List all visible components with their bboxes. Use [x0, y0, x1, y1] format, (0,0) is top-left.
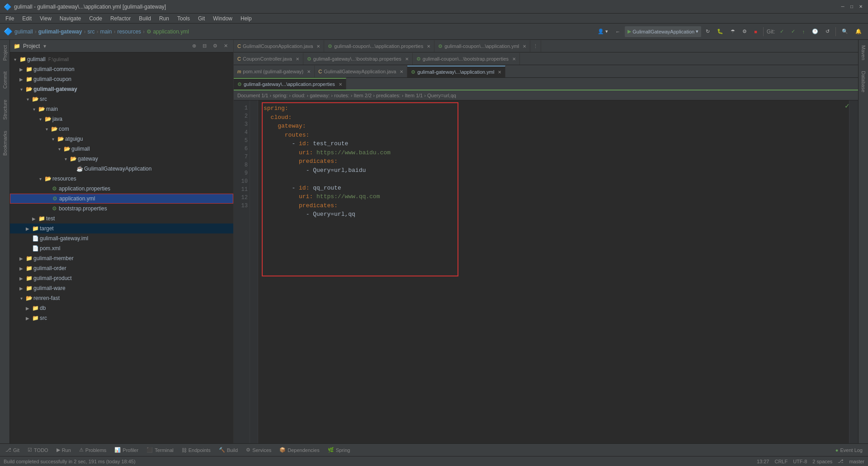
tab-coupon-app-java[interactable]: C GulimallCouponApplication.java ✕: [234, 40, 324, 52]
breadcrumb-root[interactable]: gulimall: [14, 29, 33, 35]
menu-refactor[interactable]: Refactor: [107, 14, 134, 23]
minimize-button[interactable]: ─: [839, 3, 846, 10]
tree-item-gulimall[interactable]: ▾ 📁 gulimall F:\gulimall: [10, 54, 233, 64]
btn-spring[interactable]: 🌿 Spring: [324, 445, 354, 455]
tree-item-member[interactable]: ▶ 📁 gulimall-member: [10, 253, 233, 263]
commit-tab[interactable]: Commit: [1, 66, 9, 94]
toolbar-coverage[interactable]: ☂: [728, 26, 738, 37]
btn-run[interactable]: ▶ Run: [53, 445, 75, 455]
tab-coupon-app-props[interactable]: ⚙ gulimall-coupon\...\application.proper…: [324, 40, 434, 52]
tab-gateway-app-yml[interactable]: ⚙ gulimall-gateway\...\application.yml ✕: [407, 66, 505, 77]
toolbar-vcs-popup[interactable]: 👤▾: [595, 26, 611, 37]
tree-item-atguigu[interactable]: ▾ 📂 atguigu: [10, 134, 233, 144]
tab-close-1[interactable]: ✕: [316, 44, 320, 49]
tab-close-active[interactable]: ✕: [339, 82, 342, 87]
tree-item-target[interactable]: ▶ 📁 target: [10, 223, 233, 233]
breadcrumb-src[interactable]: src: [87, 29, 94, 35]
tree-item-iml[interactable]: 📄 gulimall-gateway.iml: [10, 233, 233, 243]
breadcrumb-main[interactable]: main: [100, 29, 112, 35]
status-vcs-branch[interactable]: master: [849, 459, 864, 464]
status-time[interactable]: 13:27: [757, 459, 769, 464]
toolbar-run-config[interactable]: ▶ GulimallGatewayApplication▾: [625, 26, 701, 37]
tree-item-order[interactable]: ▶ 📁 gulimall-order: [10, 263, 233, 273]
tree-item-common[interactable]: ▶ 📁 gulimall-common: [10, 64, 233, 74]
panel-close-btn[interactable]: ✕: [222, 42, 230, 50]
menu-view[interactable]: View: [36, 14, 55, 23]
btn-git[interactable]: ⎇ Git: [2, 445, 23, 455]
tab-close-3[interactable]: ✕: [523, 44, 526, 49]
btn-profiler[interactable]: 📊 Profiler: [111, 445, 142, 455]
tree-item-src-renren[interactable]: ▶ 📁 src: [10, 313, 233, 323]
tree-item-com[interactable]: ▾ 📂 com: [10, 124, 233, 134]
tree-item-app-props[interactable]: ⚙ application.properties: [10, 184, 233, 194]
status-indent[interactable]: 2 spaces: [812, 459, 832, 464]
tree-item-coupon[interactable]: ▶ 📁 gulimall-coupon: [10, 74, 233, 84]
btn-todo[interactable]: ☑ TODO: [24, 445, 52, 455]
btn-dependencies[interactable]: 📦 Dependencies: [276, 445, 323, 455]
breadcrumb-file[interactable]: ⚙ application.yml: [146, 29, 189, 35]
tab-close-9[interactable]: ✕: [498, 70, 501, 75]
menu-edit[interactable]: Edit: [19, 14, 35, 23]
toolbar-git-history[interactable]: 🕐: [809, 26, 821, 37]
tree-item-pkg-gateway[interactable]: ▾ 📂 gateway: [10, 154, 233, 164]
toolbar-debug[interactable]: 🐛: [714, 26, 726, 37]
tree-item-src[interactable]: ▾ 📂 src: [10, 94, 233, 104]
code-area[interactable]: spring: cloud: gateway: routes: - id: te…: [258, 100, 858, 443]
tab-coupon-bootstrap-props[interactable]: ⚙ gulimall-coupon\...\bootstrap.properti…: [413, 53, 520, 65]
tree-item-test[interactable]: ▶ 📁 test: [10, 214, 233, 223]
toolbar-more-run[interactable]: ⚙: [740, 26, 750, 37]
tree-item-product[interactable]: ▶ 📁 gulimall-product: [10, 273, 233, 283]
tab-close-5[interactable]: ✕: [405, 57, 409, 62]
menu-code[interactable]: Code: [85, 14, 106, 23]
menu-run[interactable]: Run: [156, 14, 173, 23]
breadcrumb-resources[interactable]: resources: [117, 29, 141, 35]
menu-window[interactable]: Window: [209, 14, 236, 23]
tree-item-app-class[interactable]: ☕ GulimallGatewayApplication: [10, 164, 233, 174]
tree-item-pom[interactable]: 📄 pom.xml: [10, 243, 233, 253]
tree-item-ware[interactable]: ▶ 📁 gulimall-ware: [10, 283, 233, 293]
toolbar-search[interactable]: 🔍: [839, 26, 851, 37]
maven-tab[interactable]: Maven: [859, 40, 868, 66]
panel-dropdown[interactable]: ▾: [43, 43, 46, 49]
btn-terminal[interactable]: ⬛ Terminal: [143, 445, 177, 455]
menu-navigate[interactable]: Navigate: [56, 14, 85, 23]
btn-problems[interactable]: ⚠ Problems: [75, 445, 110, 455]
maximize-button[interactable]: □: [848, 3, 855, 10]
tree-item-app-yml[interactable]: ⚙ application.yml: [10, 194, 233, 204]
panel-collapse-btn[interactable]: ⊟: [201, 42, 208, 50]
tab-more-btn[interactable]: ⋮: [530, 40, 541, 52]
status-line-ending[interactable]: CRLF: [774, 459, 788, 464]
btn-services[interactable]: ⚙ Services: [242, 445, 275, 455]
tree-item-main[interactable]: ▾ 📂 main: [10, 104, 233, 114]
tab-coupon-app-yml[interactable]: ⚙ gulimall-coupon\...\application.yml ✕: [434, 40, 530, 52]
toolbar-back[interactable]: ←: [613, 26, 623, 37]
tree-item-renren[interactable]: ▾ 📂 renren-fast: [10, 293, 233, 303]
panel-settings-btn[interactable]: ⚙: [211, 42, 219, 50]
tab-close-8[interactable]: ✕: [400, 69, 403, 74]
panel-expand-btn[interactable]: ⊕: [190, 42, 198, 50]
tree-item-db[interactable]: ▶ 📁 db: [10, 303, 233, 313]
tree-item-pkg-gulimall[interactable]: ▾ 📂 gulimall: [10, 144, 233, 154]
breadcrumb-module[interactable]: gulimall-gateway: [38, 29, 82, 35]
btn-endpoints[interactable]: ⛓ Endpoints: [178, 445, 214, 455]
tab-gateway-app-java[interactable]: C GulimallGatewayApplication.java ✕: [315, 66, 407, 77]
database-tab[interactable]: Database: [859, 66, 868, 98]
toolbar-notifications[interactable]: 🔔: [853, 26, 864, 37]
tab-close-6[interactable]: ✕: [512, 57, 516, 62]
btn-event-log[interactable]: ● Event Log: [832, 445, 866, 455]
tree-item-resources[interactable]: ▾ 📂 resources: [10, 174, 233, 184]
tab-close-2[interactable]: ✕: [427, 44, 430, 49]
tree-item-gateway[interactable]: ▾ 📂 gulimall-gateway: [10, 84, 233, 94]
tab-close-7[interactable]: ✕: [307, 69, 311, 74]
toolbar-git-rollback[interactable]: ↺: [823, 26, 832, 37]
structure-tab[interactable]: Structure: [1, 94, 9, 125]
tab-close-4[interactable]: ✕: [296, 57, 299, 62]
status-encoding[interactable]: UTF-8: [793, 459, 807, 464]
btn-build[interactable]: 🔨 Build: [215, 445, 241, 455]
toolbar-stop[interactable]: ■: [751, 26, 760, 37]
toolbar-git-check[interactable]: ✓: [777, 26, 787, 37]
menu-file[interactable]: File: [2, 14, 18, 23]
project-tab[interactable]: Project: [1, 40, 9, 66]
tree-item-java[interactable]: ▾ 📂 java: [10, 114, 233, 124]
close-button[interactable]: ✕: [857, 3, 864, 10]
